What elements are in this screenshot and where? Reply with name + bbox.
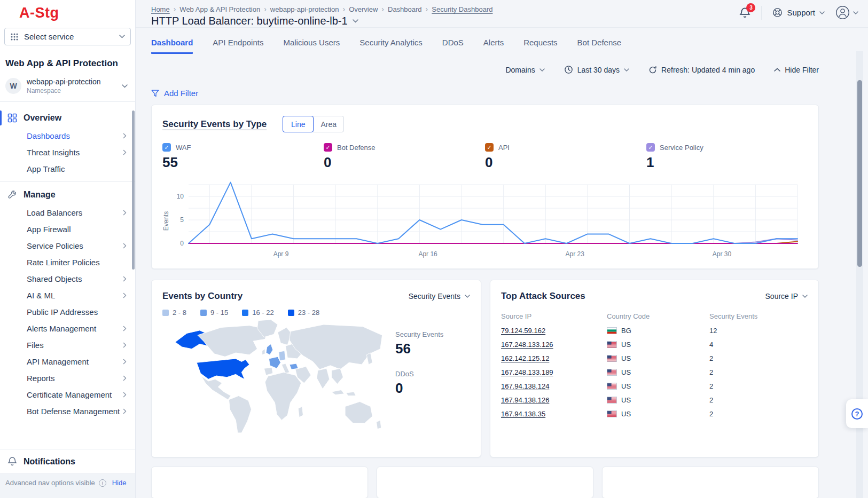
- tab-requests[interactable]: Requests: [523, 38, 557, 54]
- events-line-chart: 0510EventsApr 9Apr 16Apr 23Apr 30: [162, 174, 808, 259]
- attack-dimension-dropdown[interactable]: Source IP: [765, 292, 808, 301]
- page-scrollbar-track[interactable]: [856, 51, 863, 498]
- country-code-cell: BG: [607, 327, 709, 335]
- source-ip-link[interactable]: 79.124.59.162: [501, 327, 545, 335]
- add-filter-label: Add Filter: [164, 89, 198, 98]
- table-row: 167.94.138.126US2: [501, 393, 808, 407]
- breadcrumb-security-dashboard[interactable]: Security Dashboard: [432, 5, 492, 13]
- breadcrumb-home[interactable]: Home: [151, 5, 170, 13]
- chevron-down-icon[interactable]: [353, 19, 358, 23]
- chevron-right-icon: [123, 293, 127, 298]
- sidebar-item-reports[interactable]: Reports: [0, 370, 135, 386]
- country-code-cell: US: [607, 341, 709, 349]
- country-code-cell: US: [607, 368, 709, 376]
- legend-checkbox-bot-defense[interactable]: ✓Bot Defense: [324, 143, 485, 152]
- toggle-line[interactable]: Line: [283, 116, 314, 132]
- legend-checkbox-waf[interactable]: ✓WAF: [162, 143, 324, 152]
- namespace-selector[interactable]: W webapp-api-protection Namespace: [5, 77, 131, 94]
- chevron-right-icon: [123, 243, 127, 249]
- add-filter-button[interactable]: Add Filter: [151, 89, 819, 98]
- sidebar-item-alerts-management[interactable]: Alerts Management: [0, 320, 135, 337]
- notifications-bell-button[interactable]: 3: [739, 7, 750, 19]
- sidebar-item-dashboards[interactable]: Dashboards: [0, 128, 135, 144]
- checkbox-checked-icon: ✓: [646, 143, 655, 152]
- bucket-swatch: [288, 310, 294, 316]
- tab-alerts[interactable]: Alerts: [483, 38, 504, 54]
- world-map[interactable]: [162, 319, 392, 438]
- sidebar-item-files[interactable]: Files: [0, 337, 135, 353]
- tab-bot-defense[interactable]: Bot Defense: [577, 38, 622, 54]
- flag-us-icon: [607, 341, 617, 348]
- legend-checkbox-service-policy[interactable]: ✓Service Policy: [646, 143, 808, 152]
- time-range-dropdown[interactable]: Last 30 days: [564, 65, 629, 74]
- page-scrollbar-thumb[interactable]: [857, 80, 862, 267]
- legend-service-policy: ✓Service Policy1: [646, 143, 808, 171]
- stat-ddos: DDoS0: [395, 370, 470, 397]
- security-events-title[interactable]: Security Events by Type: [162, 119, 267, 130]
- tab-malicious-users[interactable]: Malicious Users: [283, 38, 340, 54]
- support-menu[interactable]: Support: [772, 7, 825, 18]
- select-service-dropdown[interactable]: Select service: [4, 28, 131, 45]
- sidebar-group-manage[interactable]: Manage: [0, 185, 135, 204]
- country-card-title: Events by Country: [162, 291, 243, 302]
- namespace-name: webapp-api-protection: [27, 77, 101, 86]
- refresh-button[interactable]: Refresh: Updated 4 min ago: [648, 66, 755, 74]
- toggle-area[interactable]: Area: [313, 116, 344, 132]
- help-button[interactable]: ?: [846, 399, 868, 428]
- domains-dropdown[interactable]: Domains: [505, 66, 544, 74]
- source-ip-link[interactable]: 167.94.138.124: [501, 382, 549, 390]
- bucket-swatch: [242, 310, 248, 316]
- source-ip-link[interactable]: 162.142.125.12: [501, 354, 549, 362]
- sidebar-item-app-firewall[interactable]: App Firewall: [0, 221, 135, 238]
- info-icon: i: [99, 479, 106, 487]
- legend-checkbox-api[interactable]: ✓API: [485, 143, 646, 152]
- sidebar-item-bot-defense-management[interactable]: Bot Defense Management: [0, 403, 135, 420]
- breadcrumb-webapp-api-protection[interactable]: webapp-api-protection: [270, 5, 339, 13]
- tab-bar: DashboardAPI EndpointsMalicious UsersSec…: [151, 38, 819, 54]
- column-header-security-events: Security Events: [709, 312, 808, 320]
- legend-value-waf: 55: [162, 154, 324, 171]
- time-range-label: Last 30 days: [577, 66, 620, 74]
- source-ip-link[interactable]: 167.94.138.126: [501, 396, 549, 404]
- sidebar-scrollbar[interactable]: [132, 110, 135, 270]
- sidebar-item-notifications[interactable]: Notifications: [0, 449, 135, 473]
- attack-table-header: Source IPCountry CodeSecurity Events: [501, 312, 808, 323]
- flag-us-icon: [607, 355, 617, 362]
- sidebar-item-threat-insights[interactable]: Threat Insights: [0, 144, 135, 161]
- hide-advanced-nav-link[interactable]: Hide: [112, 479, 127, 487]
- sidebar-item-app-traffic[interactable]: App Traffic: [0, 161, 135, 177]
- breadcrumb-overview[interactable]: Overview: [349, 5, 378, 13]
- sidebar-item-load-balancers[interactable]: Load Balancers: [0, 204, 135, 221]
- source-ip-link[interactable]: 167.248.133.189: [501, 368, 553, 376]
- security-events-cell: 2: [709, 396, 808, 404]
- tab-security-analytics[interactable]: Security Analytics: [359, 38, 423, 54]
- security-events-cell: 2: [709, 382, 808, 390]
- user-menu[interactable]: [835, 5, 858, 20]
- chevron-down-icon: [853, 11, 858, 14]
- sidebar-item-ai-ml[interactable]: AI & ML: [0, 287, 135, 304]
- breadcrumb-web-app-api-protection[interactable]: Web App & API Protection: [179, 5, 260, 13]
- sidebar-item-api-management[interactable]: API Management: [0, 353, 135, 370]
- tab-api-endpoints[interactable]: API Endpoints: [213, 38, 263, 54]
- brand-logo: A-Stg: [19, 5, 135, 21]
- sidebar-item-service-policies[interactable]: Service Policies: [0, 238, 135, 254]
- line-area-toggle: LineArea: [283, 116, 344, 132]
- tab-dashboard[interactable]: Dashboard: [151, 38, 193, 54]
- sidebar-item-rate-limiter-policies[interactable]: Rate Limiter Policies: [0, 254, 135, 271]
- sidebar-item-shared-objects[interactable]: Shared Objects: [0, 271, 135, 287]
- table-row: 167.94.138.35US2: [501, 407, 808, 421]
- source-ip-link[interactable]: 167.94.138.35: [501, 410, 545, 418]
- sidebar-item-public-ip-addresses[interactable]: Public IP Addresses: [0, 304, 135, 320]
- breadcrumb-dashboard[interactable]: Dashboard: [388, 5, 422, 13]
- refresh-label: Refresh: Updated 4 min ago: [661, 66, 755, 74]
- apps-grid-icon: [10, 33, 19, 41]
- sidebar-group-overview[interactable]: Overview: [0, 108, 135, 128]
- country-metric-dropdown[interactable]: Security Events: [409, 292, 470, 301]
- map-bucket-9-15: 9 - 15: [200, 309, 228, 317]
- hide-filter-button[interactable]: Hide Filter: [774, 66, 819, 74]
- flag-us-icon: [607, 383, 617, 390]
- sidebar-item-certificate-management[interactable]: Certificate Management: [0, 386, 135, 403]
- source-ip-link[interactable]: 167.248.133.126: [501, 341, 553, 349]
- funnel-icon: [151, 90, 159, 97]
- tab-ddos[interactable]: DDoS: [442, 38, 464, 54]
